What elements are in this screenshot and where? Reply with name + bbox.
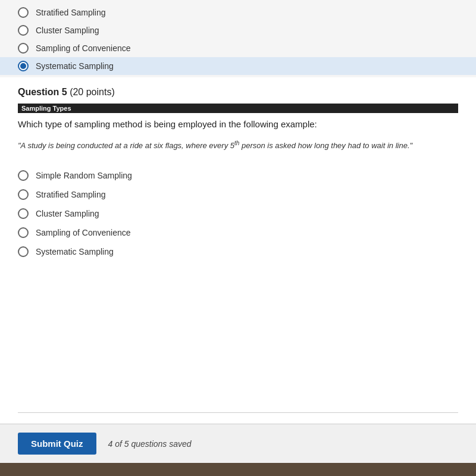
q5-option-q5_cluster[interactable]: Cluster Sampling [18,205,458,222]
radio-circle-opt_stratified [18,7,29,18]
q5-option-q5_convenience[interactable]: Sampling of Convenience [18,224,458,241]
submit-quiz-button[interactable]: Submit Quiz [18,433,96,455]
q5-option-q5_systematic[interactable]: Systematic Sampling [18,243,458,260]
q5-radio-label-q5_cluster: Cluster Sampling [36,209,99,218]
question-header: Question 5 (20 points) [18,87,458,98]
radio-label-opt_stratified: Stratified Sampling [36,8,106,17]
radio-option-opt_systematic[interactable]: Systematic Sampling [0,57,476,75]
radio-option-opt_convenience[interactable]: Sampling of Convenience [18,39,458,57]
q5-radio-label-q5_systematic: Systematic Sampling [36,247,114,256]
saved-status-text: 4 of 5 questions saved [108,439,192,449]
question-quote: "A study is being conducted at a ride at… [18,139,458,152]
top-options-section: Stratified SamplingCluster SamplingSampl… [0,0,476,77]
radio-circle-opt_cluster [18,25,29,36]
radio-option-opt_stratified[interactable]: Stratified Sampling [18,4,458,21]
q5-radio-label-q5_stratified: Stratified Sampling [36,190,106,199]
quiz-footer: Submit Quiz4 of 5 questions saved [0,424,476,463]
question-section: Question 5 (20 points)Sampling TypesWhic… [0,77,476,424]
q5-option-q5_stratified[interactable]: Stratified Sampling [18,186,458,203]
q5-radio-circle-q5_stratified [18,189,29,200]
q5-option-q5_simple[interactable]: Simple Random Sampling [18,167,458,184]
q5-radio-circle-q5_convenience [18,227,29,238]
q5-options-list: Simple Random SamplingStratified Samplin… [18,167,458,260]
q5-radio-circle-q5_cluster [18,208,29,219]
q5-radio-label-q5_convenience: Sampling of Convenience [36,228,131,237]
radio-label-opt_cluster: Cluster Sampling [36,26,99,35]
q5-radio-circle-q5_simple [18,170,29,181]
section-divider [18,412,458,413]
radio-circle-opt_systematic [18,61,29,71]
radio-label-opt_systematic: Systematic Sampling [36,61,114,71]
q5-radio-circle-q5_systematic [18,246,29,257]
radio-circle-opt_convenience [18,43,29,54]
radio-option-opt_cluster[interactable]: Cluster Sampling [18,21,458,39]
radio-label-opt_convenience: Sampling of Convenience [36,43,131,53]
q5-radio-label-q5_simple: Simple Random Sampling [36,171,132,180]
sampling-types-badge: Sampling Types [18,104,458,113]
bottom-bar [0,463,476,476]
question-text: Which type of sampling method is being e… [18,118,458,130]
